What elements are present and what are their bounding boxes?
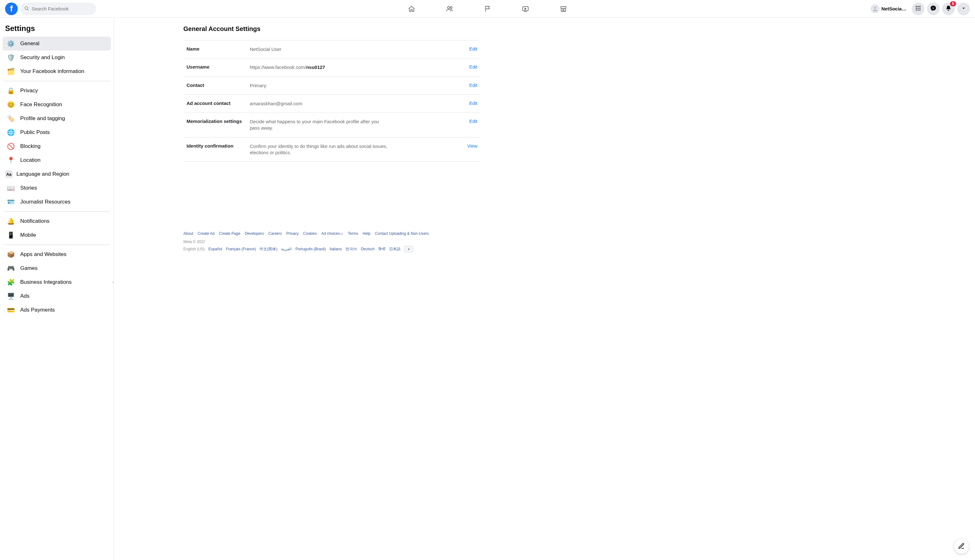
sidebar-item-mobile[interactable]: 📱Mobile xyxy=(3,228,111,242)
setting-action-edit[interactable]: Edit xyxy=(469,64,477,70)
journalist-resources-icon: 🪪 xyxy=(5,196,17,208)
sidebar-item-label: Security and Login xyxy=(20,54,65,61)
footer-link-terms[interactable]: Terms xyxy=(348,231,358,236)
setting-row-memorialization-settings: Memorialization settingsDecide what happ… xyxy=(184,113,481,137)
setting-action-edit[interactable]: Edit xyxy=(469,100,477,106)
footer-link-careers[interactable]: Careers xyxy=(269,231,282,236)
lang-link[interactable]: Italiano xyxy=(329,247,342,251)
ads-payments-icon: 💳 xyxy=(5,304,17,316)
setting-value: NetSocial User xyxy=(250,46,389,52)
sidebar-item-apps-and-websites[interactable]: 📦Apps and Websites xyxy=(3,247,111,262)
lang-link[interactable]: Deutsch xyxy=(361,247,375,251)
lang-link[interactable]: 한국어 xyxy=(346,247,357,252)
sidebar-item-label: Ads Payments xyxy=(20,307,55,313)
footer-link-help[interactable]: Help xyxy=(362,231,371,236)
avatar-icon xyxy=(871,5,880,13)
chevron-down-icon xyxy=(961,5,967,12)
tab-marketplace[interactable] xyxy=(546,1,581,17)
setting-action-edit[interactable]: Edit xyxy=(469,82,477,88)
setting-label: Memorialization settings xyxy=(187,118,250,124)
svg-point-15 xyxy=(919,10,920,10)
sidebar-divider xyxy=(4,81,110,81)
sidebar-item-business-integrations[interactable]: 🧩Business Integrations xyxy=(3,275,111,289)
footer-link-create-ad[interactable]: Create Ad xyxy=(198,231,214,236)
sidebar-item-stories[interactable]: 📖Stories xyxy=(3,181,111,195)
messenger-button[interactable] xyxy=(927,3,940,15)
tab-pages[interactable] xyxy=(470,1,505,17)
account-button[interactable] xyxy=(957,3,970,15)
setting-value: Decide what happens to your main Faceboo… xyxy=(250,118,389,132)
notifications-button[interactable]: 5 xyxy=(942,3,955,15)
footer-link-cookies[interactable]: Cookies xyxy=(303,231,317,236)
lang-link[interactable]: العربية xyxy=(281,247,292,251)
lang-link[interactable]: Português (Brasil) xyxy=(295,247,326,251)
svg-point-6 xyxy=(874,7,876,9)
setting-row-name: NameNetSocial UserEdit xyxy=(184,40,481,58)
setting-value: https://www.facebook.com/nsu0127 xyxy=(250,64,389,70)
lang-link[interactable]: हिन्दी xyxy=(379,247,386,251)
setting-value: Primary: xyxy=(250,82,389,89)
sidebar-item-security-and-login[interactable]: 🛡️Security and Login xyxy=(3,50,111,65)
business-integrations-icon: 🧩 xyxy=(5,277,17,288)
main-content: General Account Settings NameNetSocial U… xyxy=(114,18,975,560)
sidebar-item-profile-and-tagging[interactable]: 🏷️Profile and tagging xyxy=(3,112,111,125)
footer-link-ad-choices[interactable]: Ad choices ▷ xyxy=(321,231,343,236)
sidebar-item-label: Games xyxy=(20,265,38,272)
tab-friends[interactable] xyxy=(432,1,467,17)
lang-link[interactable]: Español xyxy=(208,247,222,251)
sidebar-item-public-posts[interactable]: 🌐Public Posts xyxy=(3,125,111,139)
sidebar-item-blocking[interactable]: 🚫Blocking xyxy=(3,139,111,153)
setting-action-view[interactable]: View xyxy=(467,143,477,148)
sidebar-item-games[interactable]: 🎮Games xyxy=(3,262,111,275)
setting-value: amaraskhan@gmail.com xyxy=(250,100,389,107)
footer-link-contact-uploading-non-users[interactable]: Contact Uploading & Non-Users xyxy=(375,231,429,236)
lang-link[interactable]: 日本語 xyxy=(389,247,401,252)
profile-chip[interactable]: NetSocial ... xyxy=(870,3,909,15)
bell-icon xyxy=(945,5,952,12)
lang-link[interactable]: Français (France) xyxy=(226,247,256,251)
search-input[interactable] xyxy=(32,6,92,12)
lang-link[interactable]: 中文(简体) xyxy=(260,247,277,252)
notifications-icon: 🔔 xyxy=(5,215,17,227)
sidebar-item-privacy[interactable]: 🔒Privacy xyxy=(3,84,111,98)
sidebar-item-label: General xyxy=(20,40,39,47)
sidebar-item-language-and-region[interactable]: AaLanguage and Region xyxy=(3,167,111,181)
setting-label: Username xyxy=(187,64,250,70)
lang-add-button[interactable]: + xyxy=(404,246,413,252)
footer-link-developers[interactable]: Developers xyxy=(245,231,264,236)
sidebar-item-label: Ads xyxy=(20,293,29,299)
public-posts-icon: 🌐 xyxy=(5,127,17,138)
sidebar-title: Settings xyxy=(3,23,111,37)
svg-point-14 xyxy=(917,10,918,10)
svg-line-1 xyxy=(27,9,28,10)
tab-watch[interactable] xyxy=(508,1,543,17)
footer-link-privacy[interactable]: Privacy xyxy=(286,231,299,236)
sidebar-item-face-recognition[interactable]: 😊Face Recognition xyxy=(3,98,111,112)
facebook-logo[interactable]: f xyxy=(5,3,18,15)
adchoices-icon: ▷ xyxy=(341,232,343,235)
sidebar-item-location[interactable]: 📍Location xyxy=(3,153,111,167)
sidebar-item-ads[interactable]: 🖥️Ads xyxy=(3,289,111,303)
setting-row-username: Usernamehttps://www.facebook.com/nsu0127… xyxy=(184,58,481,77)
search-box[interactable] xyxy=(20,3,96,15)
sidebar-item-journalist-resources[interactable]: 🪪Journalist Resources xyxy=(3,195,111,209)
tab-home[interactable] xyxy=(394,1,429,17)
setting-action-edit[interactable]: Edit xyxy=(469,118,477,124)
notification-badge: 5 xyxy=(950,1,956,6)
sidebar-item-notifications[interactable]: 🔔Notifications xyxy=(3,214,111,228)
sidebar-item-your-facebook-information[interactable]: 🗂️Your Facebook information xyxy=(3,65,111,78)
footer-link-create-page[interactable]: Create Page xyxy=(219,231,240,236)
svg-point-8 xyxy=(917,6,918,7)
setting-action-edit[interactable]: Edit xyxy=(469,46,477,52)
compose-fab[interactable] xyxy=(954,539,969,554)
footer-link-about[interactable]: About xyxy=(184,231,193,236)
privacy-icon: 🔒 xyxy=(5,85,17,97)
sidebar-item-ads-payments[interactable]: 💳Ads Payments xyxy=(3,303,111,317)
setting-value: Confirm your identity to do things like … xyxy=(250,143,389,156)
svg-point-13 xyxy=(916,10,917,10)
sidebar-divider xyxy=(4,245,110,245)
menu-button[interactable] xyxy=(912,3,925,15)
sidebar-item-general[interactable]: ⚙️General xyxy=(3,37,111,50)
footer: AboutCreate AdCreate PageDevelopersCaree… xyxy=(184,231,481,252)
setting-label: Ad account contact xyxy=(187,100,250,106)
